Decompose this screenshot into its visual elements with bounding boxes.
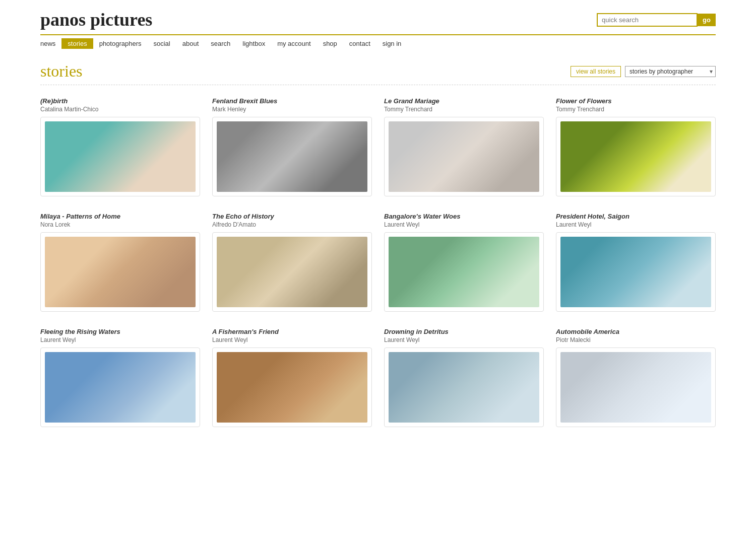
nav-item-sign-in[interactable]: sign in — [376, 38, 408, 49]
story-photographer: Laurent Weyl — [556, 221, 716, 228]
nav-item-my-account[interactable]: my account — [271, 38, 317, 49]
nav-item-lightbox[interactable]: lightbox — [236, 38, 271, 49]
story-image — [560, 352, 711, 423]
page-title: stories — [40, 62, 83, 81]
story-image — [560, 121, 711, 192]
story-image-wrapper — [556, 348, 716, 427]
story-photographer: Tommy Trenchard — [384, 106, 544, 113]
story-title: Fenland Brexit Blues — [212, 97, 372, 105]
divider — [40, 85, 716, 85]
story-image — [560, 237, 711, 307]
go-button[interactable]: go — [698, 14, 716, 26]
story-image-wrapper — [212, 348, 372, 427]
nav-item-photographers[interactable]: photographers — [93, 38, 148, 49]
story-title: Le Grand Mariage — [384, 97, 544, 105]
stories-header: stories view all stories stories by phot… — [40, 62, 716, 81]
story-image — [389, 121, 539, 192]
story-photographer: Catalina Martin-Chico — [40, 106, 200, 113]
stories-controls: view all stories stories by photographer… — [571, 66, 716, 77]
story-photographer: Piotr Malecki — [556, 336, 716, 343]
story-title: Automobile America — [556, 328, 716, 335]
story-title: A Fisherman's Friend — [212, 328, 372, 335]
story-photographer: Mark Henley — [212, 106, 372, 113]
story-card[interactable]: Milaya - Patterns of HomeNora Lorek — [40, 213, 200, 312]
story-image-wrapper — [556, 117, 716, 196]
story-image — [217, 121, 367, 192]
story-card[interactable]: Le Grand MariageTommy Trenchard — [384, 97, 544, 196]
nav-item-contact[interactable]: contact — [343, 38, 376, 49]
story-photographer: Nora Lorek — [40, 221, 200, 228]
story-photographer: Laurent Weyl — [384, 221, 544, 228]
story-image — [217, 352, 367, 423]
story-title: Drowning in Detritus — [384, 328, 544, 335]
story-image-wrapper — [212, 117, 372, 196]
story-card[interactable]: Fleeing the Rising WatersLaurent Weyl — [40, 328, 200, 427]
story-image — [45, 237, 196, 307]
stories-by-photographer-wrapper: stories by photographerMark HenleyTommy … — [625, 66, 716, 77]
search-area: go — [597, 13, 716, 27]
nav-item-news[interactable]: news — [40, 38, 61, 49]
story-card[interactable]: Automobile AmericaPiotr Malecki — [556, 328, 716, 427]
nav-item-search[interactable]: search — [205, 38, 236, 49]
story-card[interactable]: Fenland Brexit BluesMark Henley — [212, 97, 372, 196]
story-image — [217, 237, 367, 307]
main-nav: newsstoriesphotographerssocialaboutsearc… — [40, 34, 716, 52]
story-image-wrapper — [384, 117, 544, 196]
story-photographer: Laurent Weyl — [384, 336, 544, 343]
story-image — [45, 352, 196, 423]
story-title: Flower of Flowers — [556, 97, 716, 105]
story-image — [45, 121, 196, 192]
story-image-wrapper — [384, 232, 544, 312]
story-photographer: Alfredo D'Amato — [212, 221, 372, 228]
story-title: Bangalore's Water Woes — [384, 213, 544, 220]
story-image-wrapper — [40, 117, 200, 196]
logo[interactable]: panos pictures — [40, 9, 152, 30]
story-card[interactable]: The Echo of HistoryAlfredo D'Amato — [212, 213, 372, 312]
story-image-wrapper — [384, 348, 544, 427]
story-image-wrapper — [40, 348, 200, 427]
story-card[interactable]: Bangalore's Water WoesLaurent Weyl — [384, 213, 544, 312]
story-title: Milaya - Patterns of Home — [40, 213, 200, 220]
nav-item-stories[interactable]: stories — [61, 38, 93, 49]
stories-grid: (Re)birthCatalina Martin-ChicoFenland Br… — [40, 97, 716, 427]
story-title: President Hotel, Saigon — [556, 213, 716, 220]
story-photographer: Laurent Weyl — [212, 336, 372, 343]
story-title: The Echo of History — [212, 213, 372, 220]
search-input[interactable] — [597, 13, 698, 27]
story-image-wrapper — [212, 232, 372, 312]
stories-by-photographer-select[interactable]: stories by photographerMark HenleyTommy … — [625, 66, 716, 77]
story-title: (Re)birth — [40, 97, 200, 105]
story-photographer: Laurent Weyl — [40, 336, 200, 343]
nav-item-about[interactable]: about — [176, 38, 205, 49]
story-image — [389, 352, 539, 423]
story-photographer: Tommy Trenchard — [556, 106, 716, 113]
story-card[interactable]: Drowning in DetritusLaurent Weyl — [384, 328, 544, 427]
story-image-wrapper — [40, 232, 200, 312]
nav-item-shop[interactable]: shop — [317, 38, 343, 49]
story-card[interactable]: A Fisherman's FriendLaurent Weyl — [212, 328, 372, 427]
story-card[interactable]: President Hotel, SaigonLaurent Weyl — [556, 213, 716, 312]
story-image — [389, 237, 539, 307]
story-image-wrapper — [556, 232, 716, 312]
view-all-button[interactable]: view all stories — [571, 66, 621, 77]
story-title: Fleeing the Rising Waters — [40, 328, 200, 335]
nav-item-social[interactable]: social — [148, 38, 176, 49]
story-card[interactable]: Flower of FlowersTommy Trenchard — [556, 97, 716, 196]
story-card[interactable]: (Re)birthCatalina Martin-Chico — [40, 97, 200, 196]
